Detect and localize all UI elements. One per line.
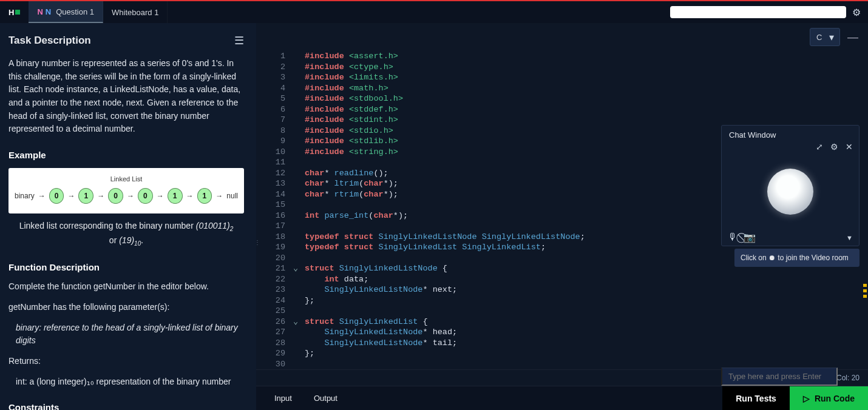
panel-title: Task Description <box>8 35 91 47</box>
description-panel: Task Description ☰ A binary number is re… <box>0 23 256 410</box>
function-description: Complete the function getNumber in the e… <box>8 280 244 294</box>
chat-title: Chat Window <box>729 130 776 139</box>
video-hint-tooltip: Click on ⏺ to join the Video room <box>734 249 860 267</box>
close-icon[interactable]: ✕ <box>846 142 853 152</box>
diagram-caption: Linked list corresponding to the binary … <box>8 220 244 248</box>
top-bar: H N N Question 1 Whiteboard 1 ⚙ <box>0 0 868 23</box>
gear-icon[interactable]: ⚙ <box>852 7 861 18</box>
panel-menu-icon[interactable]: ☰ <box>234 34 244 47</box>
tab-label: Whiteboard 1 <box>112 8 158 17</box>
list-node: 0 <box>108 188 123 204</box>
avatar <box>767 169 813 215</box>
tab-indicators: N N <box>37 7 51 16</box>
bottom-tab-output[interactable]: Output <box>304 388 347 409</box>
list-node: 1 <box>78 188 93 204</box>
tab-question-1[interactable]: N N Question 1 <box>29 1 103 23</box>
logo[interactable]: H <box>0 1 29 23</box>
fullscreen-icon[interactable]: ⤢ <box>816 142 823 152</box>
bottom-tab-input[interactable]: Input <box>265 388 302 409</box>
chevron-down-icon[interactable]: ▼ <box>846 234 853 241</box>
returns-text: int: a (long integer)₁₀ representation o… <box>8 375 244 389</box>
panel-resize-handle[interactable]: ⋮ <box>254 241 260 244</box>
camera-off-icon[interactable]: ⃠📷 <box>744 232 756 243</box>
run-tests-button[interactable]: Run Tests <box>722 386 790 410</box>
param-bullet: binary: reference to the head of a singl… <box>8 321 244 348</box>
list-node: 0 <box>49 188 64 204</box>
params-intro: getNumber has the following parameter(s)… <box>8 301 244 314</box>
fold-icon[interactable]: ⌄ <box>293 264 298 273</box>
tab-whiteboard-1[interactable]: Whiteboard 1 <box>103 1 168 23</box>
candidate-name-bar <box>670 6 846 18</box>
example-heading: Example <box>8 148 244 162</box>
list-node: 1 <box>197 188 212 204</box>
task-body: A binary number is represented as a seri… <box>8 57 244 136</box>
bottom-bar: Input Output Run Tests ▷ Run Code <box>256 386 868 410</box>
list-node: 1 <box>168 188 183 204</box>
logo-mark-icon <box>15 10 20 15</box>
chat-window: Chat Window ⤢ ⚙ ✕ 🎙 ⃠📷 ▼ <box>721 125 860 246</box>
linked-list-diagram: Linked List binary→0→1→0→0→1→1→null <box>8 168 244 213</box>
returns-heading: Returns: <box>8 355 244 368</box>
constraints-heading: Constraints <box>8 400 244 410</box>
video-preview[interactable] <box>722 154 859 229</box>
run-code-button[interactable]: ▷ Run Code <box>790 386 868 410</box>
list-node: 0 <box>138 188 153 204</box>
mic-icon[interactable]: 🎙 <box>728 232 737 243</box>
function-description-heading: Function Description <box>8 260 244 274</box>
play-icon: ▷ <box>803 394 810 403</box>
lint-markers <box>863 284 867 298</box>
toolbar-collapse-icon[interactable]: — <box>845 31 861 44</box>
chat-settings-icon[interactable]: ⚙ <box>830 142 838 152</box>
chat-input[interactable] <box>721 368 838 386</box>
tab-label: Question 1 <box>56 7 94 16</box>
fold-icon[interactable]: ⌄ <box>293 317 298 326</box>
language-select[interactable]: C <box>810 28 840 46</box>
